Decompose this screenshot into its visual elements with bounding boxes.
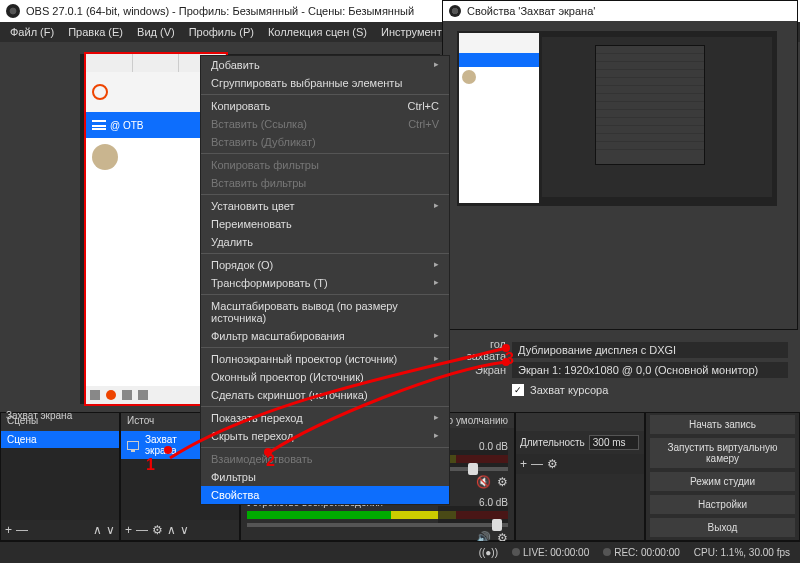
- avatar-icon: [462, 70, 476, 84]
- answers-logo-text: @ ОТВ: [110, 120, 144, 131]
- remove-source-button[interactable]: —: [136, 523, 148, 537]
- remove-transition-button[interactable]: —: [531, 457, 543, 471]
- ctx-transform[interactable]: Трансформировать (T): [201, 274, 449, 292]
- transitions-panel: Длительность + — ⚙: [515, 412, 645, 541]
- ctx-group[interactable]: Сгруппировать выбранные элементы: [201, 74, 449, 92]
- properties-fields: год захвата Дублирование дисплея с DXGI …: [448, 340, 788, 400]
- capture-cursor-checkbox[interactable]: ✓: [512, 384, 524, 396]
- studio-mode-button[interactable]: Режим студии: [650, 472, 795, 491]
- task-icon: [138, 390, 148, 400]
- ctx-hide-transition[interactable]: Скрыть переход: [201, 427, 449, 445]
- win-start-icon: [90, 390, 100, 400]
- source-name-label: Захват экрана: [6, 410, 72, 421]
- obs-logo-icon: [449, 5, 461, 17]
- scene-down-button[interactable]: ∨: [106, 523, 115, 537]
- live-time: LIVE: 00:00:00: [523, 547, 589, 558]
- add-scene-button[interactable]: +: [5, 523, 12, 537]
- screen-dropdown[interactable]: Экран 1: 1920x1080 @ 0,0 (Основной монит…: [512, 362, 788, 378]
- avatar-icon: [92, 144, 118, 170]
- exit-button[interactable]: Выход: [650, 518, 795, 537]
- ctx-delete[interactable]: Удалить: [201, 233, 449, 251]
- add-source-button[interactable]: +: [125, 523, 132, 537]
- scene-item[interactable]: Сцена: [1, 431, 119, 448]
- ctx-filters[interactable]: Фильтры: [201, 468, 449, 486]
- controls-panel: Начать запись Запустить виртуальную каме…: [645, 412, 800, 541]
- source-settings-button[interactable]: ⚙: [152, 523, 163, 537]
- scenes-list[interactable]: Сцена: [1, 431, 119, 520]
- ctx-copy-filters: Копировать фильтры: [201, 156, 449, 174]
- burger-icon: [92, 120, 106, 130]
- capture-method-label: год захвата: [448, 338, 506, 362]
- source-context-menu: Добавить Сгруппировать выбранные элемент…: [200, 55, 450, 505]
- menu-scenes[interactable]: Коллекция сцен (S): [262, 24, 373, 40]
- ctx-projector-window[interactable]: Оконный проектор (Источник): [201, 368, 449, 386]
- status-bar: ((●)) LIVE: 00:00:00 REC: 00:00:00 CPU: …: [0, 541, 800, 563]
- transition-duration-input[interactable]: [589, 435, 639, 450]
- start-recording-button[interactable]: Начать запись: [650, 415, 795, 434]
- start-virtual-cam-button[interactable]: Запустить виртуальную камеру: [650, 438, 795, 468]
- network-indicator-icon: ((●)): [479, 547, 498, 558]
- source-down-button[interactable]: ∨: [180, 523, 189, 537]
- scene-up-button[interactable]: ∧: [93, 523, 102, 537]
- display-capture-icon: [127, 441, 139, 450]
- transition-settings-button[interactable]: ⚙: [547, 457, 558, 471]
- mixer-ch2-meter: [247, 511, 508, 519]
- ctx-paste-link: Вставить (Ссылка)Ctrl+V: [201, 115, 449, 133]
- scenes-panel: Сцены Сцена + — ∧ ∨: [0, 412, 120, 541]
- live-dot-icon: [512, 548, 520, 556]
- ctx-rename[interactable]: Переименовать: [201, 215, 449, 233]
- capture-cursor-label: Захват курсора: [530, 384, 608, 396]
- source-up-button[interactable]: ∧: [167, 523, 176, 537]
- ctx-screenshot[interactable]: Сделать скриншот (источника): [201, 386, 449, 404]
- capture-method-dropdown[interactable]: Дублирование дисплея с DXGI: [512, 342, 788, 358]
- mini-context-menu-thumb: [595, 45, 705, 165]
- properties-titlebar[interactable]: Свойства 'Захват экрана': [443, 1, 797, 21]
- ctx-order[interactable]: Порядок (O): [201, 256, 449, 274]
- menu-profile[interactable]: Профиль (P): [183, 24, 260, 40]
- ctx-add[interactable]: Добавить: [201, 56, 449, 74]
- transitions-title: [516, 413, 644, 431]
- ctx-copy[interactable]: КопироватьCtrl+C: [201, 97, 449, 115]
- menu-file[interactable]: Файл (F): [4, 24, 60, 40]
- transition-duration-label: Длительность: [520, 437, 585, 448]
- rec-time: REC: 00:00:00: [614, 547, 680, 558]
- window-title: OBS 27.0.1 (64-bit, windows) - Профиль: …: [26, 5, 414, 17]
- annotation-3: 3: [505, 350, 514, 368]
- ctx-show-transition[interactable]: Показать переход: [201, 409, 449, 427]
- ctx-paste-filters: Вставить фильтры: [201, 174, 449, 192]
- properties-window[interactable]: Свойства 'Захват экрана': [442, 0, 798, 330]
- channel-settings-icon[interactable]: ⚙: [497, 475, 508, 489]
- opera-logo-icon: [92, 84, 108, 100]
- settings-button[interactable]: Настройки: [650, 495, 795, 514]
- mini-browser-thumb: [459, 33, 539, 203]
- ctx-projector-full[interactable]: Полноэкранный проектор (источник): [201, 350, 449, 368]
- cpu-fps-status: CPU: 1.1%, 30.00 fps: [694, 547, 790, 558]
- ctx-properties[interactable]: Свойства: [201, 486, 449, 504]
- menu-edit[interactable]: Правка (E): [62, 24, 129, 40]
- transitions-toolbar: + — ⚙: [516, 454, 644, 474]
- annotation-2: 2: [266, 452, 275, 470]
- mixer-ch2-slider[interactable]: [247, 523, 508, 527]
- rec-dot-icon: [603, 548, 611, 556]
- scenes-toolbar: + — ∧ ∨: [1, 520, 119, 540]
- ctx-paste-dup: Вставить (Дубликат): [201, 133, 449, 151]
- properties-title: Свойства 'Захват экрана': [467, 5, 595, 17]
- obs-logo-icon: [6, 4, 20, 18]
- annotation-1: 1: [146, 456, 155, 474]
- sources-toolbar: + — ⚙ ∧ ∨: [121, 520, 239, 540]
- mute-icon[interactable]: 🔇: [476, 475, 491, 489]
- menu-view[interactable]: Вид (V): [131, 24, 181, 40]
- task-icon: [122, 390, 132, 400]
- ctx-interact: Взаимодействовать: [201, 450, 449, 468]
- ctx-scale-filter[interactable]: Фильтр масштабирования: [201, 327, 449, 345]
- screen-label: Экран: [448, 364, 506, 376]
- ctx-scale-output[interactable]: Масштабировать вывод (по размеру источни…: [201, 297, 449, 327]
- ctx-set-color[interactable]: Установить цвет: [201, 197, 449, 215]
- remove-scene-button[interactable]: —: [16, 523, 28, 537]
- opera-task-icon: [106, 390, 116, 400]
- add-transition-button[interactable]: +: [520, 457, 527, 471]
- properties-preview: [457, 31, 777, 206]
